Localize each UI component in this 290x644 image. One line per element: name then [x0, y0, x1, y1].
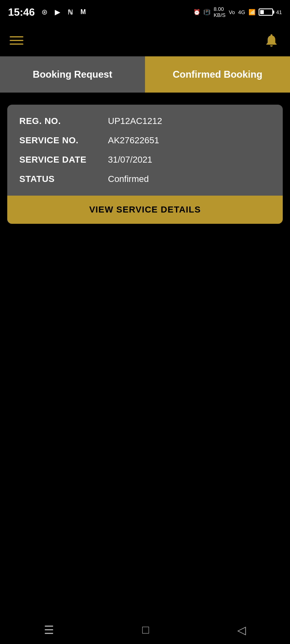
whatsapp-icon: ⊛: [40, 7, 50, 17]
reg-no-value: UP12AC1212: [108, 116, 271, 126]
reg-no-label: REG. NO.: [19, 116, 108, 126]
bottom-nav-menu-icon[interactable]: ☰: [44, 623, 54, 637]
view-service-details-button[interactable]: VIEW SERVICE DETAILS: [7, 196, 283, 224]
hamburger-line-3: [10, 43, 23, 45]
status-time: 15:46: [8, 6, 35, 19]
service-no-label: SERVICE NO.: [19, 135, 108, 146]
battery-percent: 41: [276, 9, 282, 15]
vibrate-icon: 📳: [203, 9, 210, 15]
service-date-value: 31/07/2021: [108, 155, 271, 165]
tab-booking-request[interactable]: Booking Request: [0, 56, 145, 93]
hamburger-menu-button[interactable]: [10, 36, 23, 45]
vo-icon: Vo: [229, 9, 235, 15]
hamburger-line-2: [10, 40, 23, 41]
status-row: STATUS Confirmed: [19, 174, 271, 184]
service-no-value: AK27622651: [108, 135, 271, 146]
status-value: Confirmed: [108, 174, 271, 184]
tab-confirmed-booking[interactable]: Confirmed Booking: [145, 56, 290, 93]
service-no-row: SERVICE NO. AK27622651: [19, 135, 271, 146]
notification-bell-button[interactable]: [263, 31, 280, 49]
status-bar-right: ⏰ 📳 8.00KB/S Vo 4G 📶 41: [193, 6, 282, 18]
booking-card: REG. NO. UP12AC1212 SERVICE NO. AK276226…: [7, 105, 283, 224]
signal-icon: 4G: [238, 9, 245, 15]
alarm-icon: ⏰: [193, 9, 200, 15]
tab-bar: Booking Request Confirmed Booking: [0, 56, 290, 93]
booking-details: REG. NO. UP12AC1212 SERVICE NO. AK276226…: [7, 105, 283, 196]
content-area: REG. NO. UP12AC1212 SERVICE NO. AK276226…: [0, 93, 290, 232]
m-icon: M: [79, 7, 88, 17]
play-icon: ▶: [53, 7, 62, 17]
bottom-nav-back-icon[interactable]: ◁: [237, 623, 246, 637]
header: [0, 24, 290, 56]
service-date-label: SERVICE DATE: [19, 155, 108, 165]
tab-booking-request-label: Booking Request: [33, 69, 112, 80]
status-icons: ⊛ ▶ ℕ M: [40, 7, 88, 17]
reg-no-row: REG. NO. UP12AC1212: [19, 116, 271, 126]
network-speed: 8.00KB/S: [213, 6, 226, 18]
battery-icon: [259, 8, 273, 16]
status-bar-left: 15:46 ⊛ ▶ ℕ M: [8, 6, 88, 19]
bell-svg: [264, 33, 279, 48]
hamburger-line-1: [10, 36, 23, 37]
status-label: STATUS: [19, 174, 108, 184]
signal-bars: 📶: [249, 9, 255, 15]
service-date-row: SERVICE DATE 31/07/2021: [19, 155, 271, 165]
status-bar: 15:46 ⊛ ▶ ℕ M ⏰ 📳 8.00KB/S Vo 4G 📶 41: [0, 0, 290, 24]
tab-confirmed-booking-label: Confirmed Booking: [173, 69, 263, 80]
n-icon: ℕ: [66, 7, 75, 17]
bottom-nav-home-icon[interactable]: □: [142, 623, 149, 636]
bottom-nav: ☰ □ ◁: [0, 616, 290, 644]
battery-fill: [260, 10, 264, 14]
